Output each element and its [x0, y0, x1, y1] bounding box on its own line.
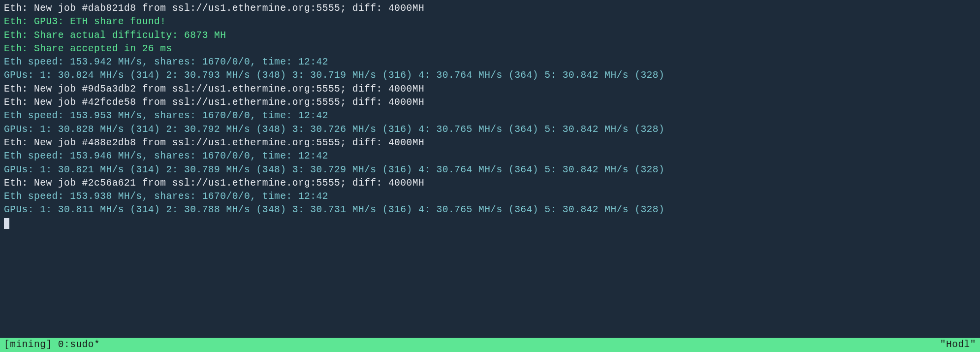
cursor-line — [4, 217, 976, 230]
log-line: GPUs: 1: 30.811 MH/s (314) 2: 30.788 MH/… — [4, 203, 976, 217]
log-line: Eth speed: 153.953 MH/s, shares: 1670/0/… — [4, 109, 976, 123]
status-session-window[interactable]: [mining] 0:sudo* — [4, 338, 100, 352]
log-line: Eth: Share actual difficulty: 6873 MH — [4, 29, 976, 42]
cursor-icon — [4, 218, 9, 229]
log-line: Eth: Share accepted in 26 ms — [4, 42, 976, 56]
log-line: Eth: New job #488e2db8 from ssl://us1.et… — [4, 136, 976, 150]
log-line: Eth: New job #dab821d8 from ssl://us1.et… — [4, 2, 976, 15]
log-line: Eth: New job #2c56a621 from ssl://us1.et… — [4, 177, 976, 190]
log-line: Eth: New job #42fcde58 from ssl://us1.et… — [4, 96, 976, 109]
log-line: Eth speed: 153.946 MH/s, shares: 1670/0/… — [4, 150, 976, 163]
log-line: GPUs: 1: 30.824 MH/s (314) 2: 30.793 MH/… — [4, 69, 976, 82]
terminal-output[interactable]: Eth: New job #dab821d8 from ssl://us1.et… — [0, 0, 980, 232]
tmux-status-bar[interactable]: [mining] 0:sudo* "Hodl" — [0, 338, 980, 352]
log-line: Eth speed: 153.942 MH/s, shares: 1670/0/… — [4, 56, 976, 69]
log-line: Eth: GPU3: ETH share found! — [4, 15, 976, 29]
log-line: GPUs: 1: 30.828 MH/s (314) 2: 30.792 MH/… — [4, 123, 976, 136]
log-line: Eth: New job #9d5a3db2 from ssl://us1.et… — [4, 83, 976, 96]
status-hostname: "Hodl" — [940, 338, 976, 352]
log-line: Eth speed: 153.938 MH/s, shares: 1670/0/… — [4, 190, 976, 203]
log-line: GPUs: 1: 30.821 MH/s (314) 2: 30.789 MH/… — [4, 163, 976, 177]
